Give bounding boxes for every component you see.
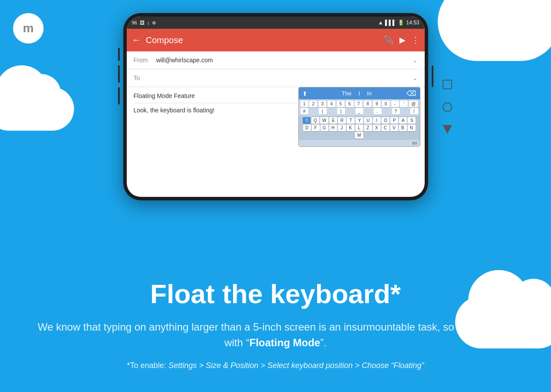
key-b[interactable]: B bbox=[399, 125, 407, 131]
send-icon[interactable]: ▶ bbox=[399, 35, 406, 45]
backspace-icon[interactable]: ⌫ bbox=[406, 89, 416, 98]
key-dot[interactable]: . bbox=[374, 108, 382, 115]
from-value[interactable]: will@whirlscape.com bbox=[156, 57, 407, 64]
key-q[interactable]: Q bbox=[311, 117, 319, 124]
volume-down-button bbox=[118, 65, 120, 83]
phone-container: 96 🖼 ↕ ⊛ ▲ ▌▌▌ 🔋 14:53 ← Compose 📎 bbox=[110, 13, 441, 213]
key-2[interactable]: 2 bbox=[309, 101, 317, 107]
key-p[interactable]: P bbox=[390, 117, 398, 124]
key-0[interactable]: 0 bbox=[382, 101, 390, 107]
key-z[interactable]: Z bbox=[364, 125, 372, 131]
main-content: Float the keyboard* We know that typing … bbox=[0, 279, 551, 370]
footnote: *To enable: Settings > Size & Position >… bbox=[35, 361, 516, 370]
key-y[interactable]: Y bbox=[355, 117, 363, 124]
key-9[interactable]: 9 bbox=[373, 101, 381, 107]
key-m[interactable]: M bbox=[355, 132, 363, 139]
suggestion-i[interactable]: I bbox=[358, 90, 360, 97]
key-i[interactable]: I bbox=[373, 117, 381, 124]
key-quote[interactable]: ' bbox=[400, 101, 408, 107]
nav-square-button[interactable] bbox=[443, 80, 452, 89]
key-3[interactable]: 3 bbox=[318, 101, 326, 107]
key-underscore[interactable]: _ bbox=[355, 108, 363, 115]
power-button bbox=[118, 87, 120, 105]
volume-up-button bbox=[118, 48, 120, 61]
to-label: To bbox=[134, 74, 151, 81]
key-5[interactable]: 5 bbox=[337, 101, 345, 107]
nav-back-button[interactable] bbox=[443, 125, 452, 134]
footnote-steps: Settings > Size & Position > Select keyb… bbox=[169, 361, 424, 370]
from-chevron-icon: ⌄ bbox=[412, 57, 418, 64]
back-button[interactable]: ← bbox=[132, 34, 142, 46]
key-g[interactable]: G bbox=[321, 125, 328, 131]
cloud-left bbox=[0, 87, 74, 131]
attach-icon[interactable]: 📎 bbox=[384, 35, 393, 45]
keyboard-suggestions: The I In bbox=[311, 90, 403, 97]
status-bar: 96 🖼 ↕ ⊛ ▲ ▌▌▌ 🔋 14:53 bbox=[127, 17, 425, 29]
clock: 14:53 bbox=[406, 20, 419, 26]
key-7[interactable]: 7 bbox=[355, 101, 362, 107]
key-c[interactable]: C bbox=[382, 125, 389, 131]
to-chevron-icon: ⌄ bbox=[412, 74, 418, 81]
key-f[interactable]: F bbox=[312, 125, 320, 131]
to-field[interactable]: To ⌄ bbox=[127, 69, 425, 87]
key-d[interactable]: D bbox=[303, 125, 311, 131]
phone-nav-buttons bbox=[443, 80, 452, 134]
key-l[interactable]: L bbox=[355, 125, 363, 131]
keyboard-letters-row: ⇧ Q W E R T Y U I O P A S D F bbox=[299, 116, 420, 140]
status-icon-voicemail: ⊛ bbox=[152, 20, 156, 26]
phone-body: 96 🖼 ↕ ⊛ ▲ ▌▌▌ 🔋 14:53 ← Compose 📎 bbox=[123, 13, 428, 200]
app-bar-actions: 📎 ▶ ⋮ bbox=[384, 35, 419, 45]
key-h[interactable]: H bbox=[329, 125, 337, 131]
status-icon-img: 🖼 bbox=[140, 20, 145, 25]
key-shift[interactable]: ⇧ bbox=[303, 117, 311, 124]
suggestion-in[interactable]: In bbox=[367, 90, 372, 97]
suggestion-the[interactable]: The bbox=[342, 90, 352, 97]
from-field: From will@whirlscape.com ⌄ bbox=[127, 51, 425, 69]
battery-icon: 🔋 bbox=[398, 20, 404, 26]
signal-icon: ▌▌▌ bbox=[385, 20, 396, 26]
key-dash[interactable]: - bbox=[391, 101, 399, 107]
key-1[interactable]: 1 bbox=[301, 101, 308, 107]
key-r[interactable]: R bbox=[338, 117, 346, 124]
side-button bbox=[432, 65, 433, 87]
key-w[interactable]: W bbox=[320, 117, 328, 124]
status-right-icons: ▲ ▌▌▌ 🔋 14:53 bbox=[378, 20, 419, 26]
more-icon[interactable]: ⋮ bbox=[412, 35, 419, 45]
footnote-prefix: *To enable: bbox=[127, 361, 169, 370]
key-t[interactable]: T bbox=[347, 117, 355, 124]
phone-screen: 96 🖼 ↕ ⊛ ▲ ▌▌▌ 🔋 14:53 ← Compose 📎 bbox=[127, 17, 425, 197]
key-qmark[interactable]: ? bbox=[392, 108, 400, 115]
key-rparen[interactable]: ) bbox=[337, 108, 345, 115]
nav-home-button[interactable] bbox=[443, 102, 452, 112]
status-left-icons: 96 🖼 ↕ ⊛ bbox=[132, 20, 156, 26]
body-description: We know that typing on anything larger t… bbox=[35, 319, 516, 351]
keyboard-toolbar: ⬆ The I In ⌫ bbox=[299, 88, 420, 99]
headline: Float the keyboard* bbox=[35, 279, 516, 309]
key-v[interactable]: V bbox=[390, 125, 398, 131]
status-icon-arrows: ↕ bbox=[147, 20, 150, 25]
key-6[interactable]: 6 bbox=[346, 101, 354, 107]
key-j[interactable]: J bbox=[338, 125, 346, 131]
key-4[interactable]: 4 bbox=[328, 101, 335, 107]
key-s[interactable]: S bbox=[408, 117, 416, 124]
logo: m bbox=[13, 13, 44, 44]
keyboard-drag-icon[interactable]: ⬆ bbox=[302, 90, 308, 97]
keyboard-lang-label: en bbox=[412, 141, 417, 145]
key-k[interactable]: K bbox=[347, 125, 355, 131]
keyboard-numbers-row: 1 2 3 4 5 6 7 8 9 0 - ' @ # ( bbox=[299, 99, 420, 116]
key-hash[interactable]: # bbox=[301, 108, 308, 115]
from-label: From bbox=[134, 57, 151, 64]
key-x[interactable]: X bbox=[373, 125, 381, 131]
key-u[interactable]: U bbox=[364, 117, 372, 124]
key-lparen[interactable]: ( bbox=[319, 108, 327, 115]
description-bold: Floating Mode bbox=[250, 337, 321, 348]
app-bar-title: Compose bbox=[146, 35, 379, 45]
key-slash[interactable]: / bbox=[410, 108, 418, 115]
key-o[interactable]: O bbox=[382, 117, 389, 124]
key-at[interactable]: @ bbox=[409, 101, 418, 107]
email-body: Floating Mode Feature Look, the keyboard… bbox=[127, 87, 425, 131]
key-a[interactable]: A bbox=[399, 117, 407, 124]
key-e[interactable]: E bbox=[329, 117, 337, 124]
key-n[interactable]: N bbox=[408, 125, 416, 131]
key-8[interactable]: 8 bbox=[364, 101, 372, 107]
